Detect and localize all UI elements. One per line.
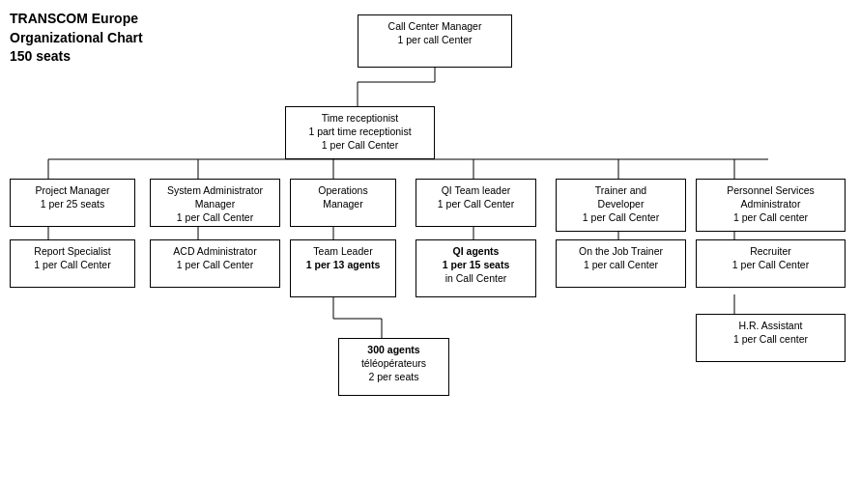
rec-line1: Recruiter xyxy=(702,244,840,258)
ojt-line1: On the Job Trainer xyxy=(561,244,680,258)
ccm-line2: 1 per call Center xyxy=(363,33,506,46)
box-on-job-trainer: On the Job Trainer 1 per call Center xyxy=(556,239,686,288)
rs-line2: 1 per Call Center xyxy=(15,258,129,271)
box-personnel-services: Personnel Services Administrator 1 per C… xyxy=(696,179,846,232)
td-line3: 1 per Call Center xyxy=(561,210,680,224)
box-call-center-manager: Call Center Manager 1 per call Center xyxy=(358,14,512,68)
ag-line3: 2 per seats xyxy=(344,370,444,383)
hr-line1: H.R. Assistant xyxy=(702,319,840,332)
box-qi-agents: QI agents 1 per 15 seats in Call Center xyxy=(416,239,536,297)
box-report-specialist: Report Specialist 1 per Call Center xyxy=(10,239,135,288)
qia-line2: 1 per 15 seats xyxy=(443,259,509,270)
box-operations-manager: Operations Manager xyxy=(290,179,396,227)
hr-line2: 1 per Call center xyxy=(702,332,840,346)
org-chart: Call Center Manager 1 per call Center Ti… xyxy=(0,0,860,504)
ps-line3: 1 per Call center xyxy=(702,210,840,224)
box-system-administrator: System Administrator Manager 1 per Call … xyxy=(150,179,280,227)
om-line1: Operations xyxy=(296,183,390,197)
qia-line1: QI agents xyxy=(453,245,500,257)
ojt-line2: 1 per call Center xyxy=(561,258,680,271)
box-acd-administrator: ACD Administrator 1 per Call Center xyxy=(150,239,280,288)
rec-line2: 1 per Call Center xyxy=(702,258,840,271)
pm-line2: 1 per 25 seats xyxy=(15,197,129,210)
acd-line2: 1 per Call Center xyxy=(156,258,274,271)
tl-line2: 1 per 13 agents xyxy=(306,259,380,270)
acd-line1: ACD Administrator xyxy=(156,244,274,258)
box-hr-assistant: H.R. Assistant 1 per Call center xyxy=(696,314,846,362)
qia-line3: in Call Center xyxy=(421,271,530,285)
td-line2: Developer xyxy=(561,197,680,210)
sa-line1: System Administrator xyxy=(156,183,274,197)
sa-line2: Manager xyxy=(156,197,274,210)
tr-line1: Time receptionist xyxy=(291,111,429,125)
box-agents: 300 agents téléopérateurs 2 per seats xyxy=(338,338,449,396)
rs-line1: Report Specialist xyxy=(15,244,129,258)
box-project-manager: Project Manager 1 per 25 seats xyxy=(10,179,135,227)
box-qi-team-leader: QI Team leader 1 per Call Center xyxy=(416,179,536,227)
ag-line1: 300 agents xyxy=(367,344,419,355)
tl-line1: Team Leader xyxy=(296,244,390,258)
td-line1: Trainer and xyxy=(561,183,680,197)
box-team-leader: Team Leader 1 per 13 agents xyxy=(290,239,396,297)
page: TRANSCOM Europe Organizational Chart 150… xyxy=(0,0,860,504)
pm-line1: Project Manager xyxy=(15,183,129,197)
qi-line1: QI Team leader xyxy=(421,183,530,197)
ps-line1: Personnel Services xyxy=(702,183,840,197)
tr-line3: 1 per Call Center xyxy=(291,138,429,152)
ag-line2: téléopérateurs xyxy=(344,356,444,370)
om-line2: Manager xyxy=(296,197,390,210)
ccm-line1: Call Center Manager xyxy=(363,19,506,33)
box-recruiter: Recruiter 1 per Call Center xyxy=(696,239,846,288)
box-time-receptionist: Time receptionist 1 part time receptioni… xyxy=(285,106,435,159)
tr-line2: 1 part time receptionist xyxy=(291,125,429,138)
ps-line2: Administrator xyxy=(702,197,840,210)
sa-line3: 1 per Call Center xyxy=(156,210,274,224)
qi-line2: 1 per Call Center xyxy=(421,197,530,210)
box-trainer-developer: Trainer and Developer 1 per Call Center xyxy=(556,179,686,232)
